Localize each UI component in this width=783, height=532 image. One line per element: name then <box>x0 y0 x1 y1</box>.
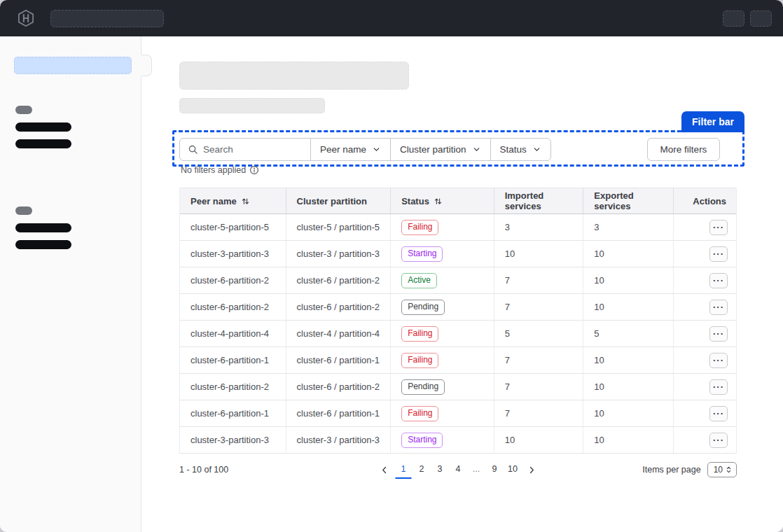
cell-peer-name: cluster-6-partition-2 <box>180 267 286 293</box>
cell-status: Failing <box>390 321 494 346</box>
cell-cluster-partition: cluster-6 / partition-1 <box>286 400 391 426</box>
chevron-down-icon <box>472 145 481 154</box>
cell-actions <box>673 427 736 453</box>
row-actions-button[interactable] <box>709 300 728 315</box>
cell-cluster-partition: cluster-6 / partition-2 <box>286 294 391 320</box>
top-navbar <box>0 0 783 36</box>
status-badge: Failing <box>401 220 438 235</box>
cell-exported-services: 10 <box>583 294 673 320</box>
sidebar <box>0 36 141 532</box>
pager-pages: 1234...910 <box>396 461 521 479</box>
status-dropdown[interactable]: Status <box>490 139 550 160</box>
chevron-down-icon <box>532 145 541 154</box>
cell-status: Failing <box>390 214 494 240</box>
sidebar-nav-item-skeleton[interactable] <box>15 240 71 249</box>
status-badge: Failing <box>401 353 438 368</box>
cell-imported-services: 10 <box>494 427 583 453</box>
pager-page-4[interactable]: 4 <box>450 461 466 479</box>
sidebar-nav-item-skeleton[interactable] <box>15 223 71 232</box>
column-header-cluster-partition: Cluster partition <box>286 188 391 214</box>
nav-action-placeholder-2[interactable] <box>750 10 772 27</box>
cell-actions <box>673 267 736 293</box>
status-dropdown-label: Status <box>500 144 527 155</box>
page-subtitle-skeleton <box>179 98 325 113</box>
cell-exported-services: 10 <box>583 347 673 373</box>
cell-cluster-partition: cluster-3 / partition-3 <box>286 241 391 267</box>
column-header-peer-name[interactable]: Peer name <box>180 188 286 214</box>
column-header-status[interactable]: Status <box>390 188 494 214</box>
pager-next-button[interactable] <box>523 463 541 477</box>
row-actions-button[interactable] <box>709 353 728 368</box>
cell-cluster-partition: cluster-6 / partition-2 <box>286 267 391 293</box>
sidebar-nav-item-skeleton[interactable] <box>15 122 71 132</box>
pager-page-2[interactable]: 2 <box>414 461 430 479</box>
cell-peer-name: cluster-3-partition-3 <box>180 427 286 453</box>
row-actions-button[interactable] <box>709 406 728 421</box>
cell-peer-name: cluster-6-partition-2 <box>180 294 286 320</box>
pager: 1234...910 <box>376 461 541 479</box>
table-row: cluster-6-partition-2 cluster-6 / partit… <box>180 267 736 294</box>
table-row: cluster-4-partition-4 cluster-4 / partit… <box>180 321 736 347</box>
cell-status: Active <box>390 267 494 293</box>
nav-search-placeholder[interactable] <box>50 10 164 27</box>
cell-cluster-partition: cluster-4 / partition-4 <box>286 321 391 346</box>
cell-exported-services: 10 <box>583 241 673 267</box>
info-icon[interactable] <box>249 165 259 175</box>
nav-action-placeholder-1[interactable] <box>723 10 744 27</box>
status-badge: Failing <box>401 326 438 342</box>
peer-name-dropdown[interactable]: Peer name <box>310 139 390 160</box>
row-actions-button[interactable] <box>709 246 728 262</box>
cell-actions <box>673 347 736 373</box>
cell-peer-name: cluster-3-partition-3 <box>180 241 286 267</box>
cell-imported-services: 3 <box>494 214 583 240</box>
cell-imported-services: 10 <box>494 241 583 267</box>
table-header: Peer name Cluster partition Status <box>180 188 736 214</box>
cell-exported-services: 3 <box>583 214 673 240</box>
pager-page-10[interactable]: 10 <box>505 461 521 479</box>
cluster-partition-dropdown[interactable]: Cluster partition <box>390 139 490 160</box>
row-actions-button[interactable] <box>709 273 728 288</box>
items-per-page-select[interactable]: 10 <box>707 462 737 477</box>
pager-previous-button[interactable] <box>376 463 394 477</box>
navbar-actions <box>723 10 772 27</box>
column-header-actions: Actions <box>673 188 736 214</box>
sidebar-collapse-handle[interactable] <box>141 55 152 76</box>
status-badge: Active <box>401 273 437 288</box>
cell-imported-services: 5 <box>494 321 583 346</box>
row-actions-button[interactable] <box>709 220 728 235</box>
cell-exported-services: 5 <box>583 321 673 346</box>
sidebar-active-item-skeleton[interactable] <box>14 57 132 74</box>
cell-exported-services: 10 <box>583 267 673 293</box>
cell-imported-services: 7 <box>494 374 583 400</box>
pager-page-9[interactable]: 9 <box>487 461 503 479</box>
cell-actions <box>673 294 736 320</box>
pager-page-1[interactable]: 1 <box>396 461 412 479</box>
pager-ellipsis: ... <box>469 461 485 479</box>
table-row: cluster-6-partition-1 cluster-6 / partit… <box>180 400 736 427</box>
sidebar-nav-item-skeleton[interactable] <box>15 139 71 148</box>
column-header-exported-services: Exported services <box>583 188 673 214</box>
sidebar-section-label-skeleton <box>15 206 32 215</box>
table-row: cluster-5-partition-5 cluster-5 / partit… <box>180 214 736 241</box>
results-range: 1 - 10 of 100 <box>179 465 228 475</box>
cluster-partition-dropdown-label: Cluster partition <box>400 144 466 155</box>
cell-status: Starting <box>390 241 494 267</box>
pager-page-3[interactable]: 3 <box>432 461 448 479</box>
filter-bar-annotation: Filter bar <box>681 111 744 132</box>
sort-icon <box>241 197 250 206</box>
cell-imported-services: 7 <box>494 400 583 426</box>
cell-status: Pending <box>390 374 494 400</box>
search-icon <box>188 144 198 155</box>
row-actions-button[interactable] <box>709 379 728 395</box>
filter-bar: Peer name Cluster partition Status <box>179 138 551 161</box>
search-input[interactable] <box>203 144 303 155</box>
chevron-down-icon <box>372 145 381 154</box>
cell-peer-name: cluster-6-partition-2 <box>180 374 286 400</box>
cell-cluster-partition: cluster-3 / partition-3 <box>286 427 391 453</box>
cell-cluster-partition: cluster-5 / partition-5 <box>286 214 391 240</box>
row-actions-button[interactable] <box>709 326 728 342</box>
cell-imported-services: 7 <box>494 347 583 373</box>
row-actions-button[interactable] <box>709 433 728 448</box>
cell-status: Starting <box>390 427 494 453</box>
more-filters-button[interactable]: More filters <box>647 138 720 161</box>
